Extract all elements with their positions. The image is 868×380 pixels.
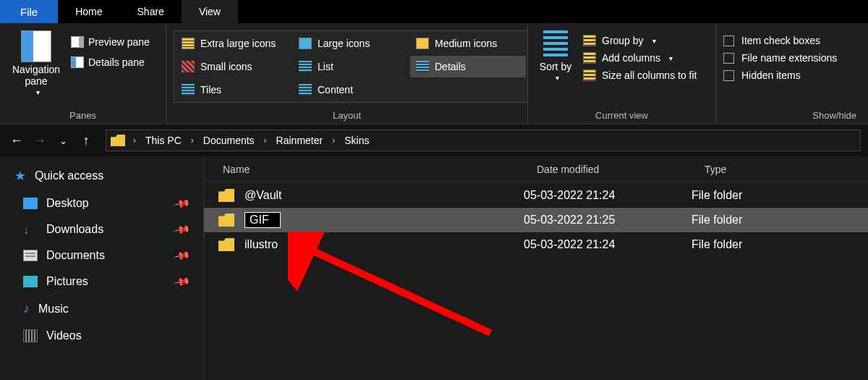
sidebar-videos[interactable]: Videos (7, 326, 196, 345)
breadcrumb-documents[interactable]: Documents (199, 135, 259, 146)
small-icons-label: Small icons (200, 61, 252, 72)
desktop-icon (23, 198, 38, 209)
group-by-button[interactable]: Group by▾ (579, 33, 702, 48)
list-icon (299, 61, 312, 72)
folder-icon (218, 214, 234, 227)
ribbon-group-label-layout: Layout (174, 107, 520, 122)
checkbox-icon (723, 53, 734, 64)
sidebar-quick-access[interactable]: ★Quick access (7, 165, 196, 187)
pictures-icon (23, 276, 38, 287)
chevron-down-icon: ▾ (652, 37, 656, 45)
details-icon (416, 61, 429, 72)
size-all-columns-label: Size all columns to fit (602, 69, 697, 81)
small-icons-icon (182, 61, 195, 72)
layout-tiles[interactable]: Tiles (176, 79, 292, 101)
layout-large-icons[interactable]: Large icons (293, 33, 409, 54)
layout-content[interactable]: Content (293, 79, 409, 101)
folder-icon (111, 135, 125, 146)
layout-small-icons[interactable]: Small icons (176, 56, 292, 77)
sort-by-button[interactable]: Sort by ▾ (535, 28, 576, 107)
sidebar-documents[interactable]: Documents📌 (7, 246, 196, 265)
column-header-type[interactable]: Type (705, 164, 854, 175)
layout-grid: Extra large icons Large icons Medium ico… (174, 30, 528, 103)
file-name-extensions-toggle[interactable]: File name extensions (723, 52, 837, 64)
file-date-label: 05-03-2022 21:25 (524, 214, 692, 227)
hidden-items-toggle[interactable]: Hidden items (723, 69, 837, 81)
sidebar-pictures[interactable]: Pictures📌 (7, 272, 196, 291)
size-all-columns-icon (583, 69, 596, 81)
pin-icon: 📌 (173, 246, 192, 265)
layout-medium-icons[interactable]: Medium icons (410, 33, 526, 54)
file-date-label: 05-03-2022 21:24 (524, 238, 692, 251)
details-pane-icon (71, 56, 84, 68)
extra-large-icons-label: Extra large icons (200, 38, 276, 49)
file-type-label: File folder (692, 214, 854, 227)
group-by-label: Group by (602, 35, 644, 46)
file-type-label: File folder (692, 238, 854, 251)
tab-view[interactable]: View (182, 0, 238, 23)
breadcrumb[interactable]: › This PC › Documents › Rainmeter › Skin… (106, 130, 861, 151)
pin-icon: 📌 (173, 194, 192, 213)
file-name-extensions-label: File name extensions (741, 52, 837, 64)
file-name-label: @Vault (244, 189, 282, 202)
details-pane-button[interactable]: Details pane (68, 55, 153, 69)
nav-up-button[interactable]: ↑ (77, 133, 95, 148)
sidebar-desktop[interactable]: Desktop📌 (7, 194, 196, 213)
sort-by-label: Sort by (540, 61, 571, 72)
tab-home[interactable]: Home (58, 0, 119, 23)
table-row[interactable]: illustro05-03-2022 21:24File folder (204, 234, 868, 256)
documents-icon (23, 250, 38, 261)
item-check-boxes-label: Item check boxes (741, 35, 820, 46)
list-label: List (318, 61, 333, 72)
breadcrumb-skins[interactable]: Skins (340, 135, 373, 146)
layout-list[interactable]: List (293, 56, 409, 77)
ribbon: Navigation pane ▾ Preview pane Details p… (0, 23, 868, 124)
ribbon-group-panes: Navigation pane ▾ Preview pane Details p… (0, 23, 166, 124)
table-row[interactable]: GIF05-03-2022 21:25File folder (204, 208, 868, 232)
preview-pane-label: Preview pane (88, 36, 150, 48)
layout-extra-large-icons[interactable]: Extra large icons (176, 33, 292, 54)
tab-file[interactable]: File (0, 0, 58, 23)
table-row[interactable]: @Vault05-03-2022 21:24File folder (204, 185, 868, 206)
preview-pane-icon (71, 36, 84, 48)
chevron-right-icon: › (331, 135, 336, 145)
item-check-boxes-toggle[interactable]: Item check boxes (723, 35, 837, 46)
column-header-date[interactable]: Date modified (537, 164, 705, 175)
size-all-columns-button[interactable]: Size all columns to fit (579, 68, 702, 83)
sort-by-icon (543, 30, 568, 59)
column-headers: Name Date modified Type (204, 156, 868, 182)
file-rows: @Vault05-03-2022 21:24File folderGIF05-0… (204, 182, 868, 256)
sidebar-downloads[interactable]: Downloads📌 (7, 220, 196, 239)
large-icons-label: Large icons (318, 38, 370, 49)
hidden-items-label: Hidden items (741, 69, 801, 81)
nav-forward-button[interactable]: → (30, 133, 49, 148)
chevron-down-icon: ▾ (36, 88, 40, 96)
sidebar-music-label: Music (38, 303, 69, 316)
nav-bar: ← → ⌄ ↑ › This PC › Documents › Rainmete… (0, 124, 868, 156)
sidebar-videos-label: Videos (46, 329, 82, 342)
medium-icons-label: Medium icons (435, 38, 497, 49)
add-columns-icon (583, 52, 596, 64)
tab-share[interactable]: Share (120, 0, 182, 23)
nav-back-button[interactable]: ← (7, 133, 26, 148)
preview-pane-button[interactable]: Preview pane (68, 35, 153, 49)
navigation-pane-button[interactable]: Navigation pane ▾ (7, 28, 65, 107)
layout-details[interactable]: Details (410, 56, 526, 77)
menu-tabs: File Home Share View (0, 0, 868, 23)
column-header-name[interactable]: Name (218, 164, 537, 175)
large-icons-icon (299, 38, 312, 49)
chevron-down-icon: ▾ (669, 54, 673, 62)
add-columns-button[interactable]: Add columns▾ (579, 51, 702, 65)
ribbon-group-layout: Extra large icons Large icons Medium ico… (166, 23, 528, 124)
nav-recent-button[interactable]: ⌄ (54, 135, 72, 146)
group-by-icon (583, 35, 596, 46)
navigation-pane-label: Navigation pane (7, 64, 65, 87)
extra-large-icons-icon (182, 38, 195, 49)
rename-input[interactable]: GIF (244, 212, 281, 228)
chevron-down-icon: ▾ (556, 74, 559, 82)
sidebar-music[interactable]: ♪Music (7, 298, 196, 319)
chevron-right-icon: › (132, 135, 137, 145)
breadcrumb-rainmeter[interactable]: Rainmeter (272, 135, 328, 146)
breadcrumb-this-pc[interactable]: This PC (141, 135, 186, 146)
sidebar: ★Quick access Desktop📌 Downloads📌 Docume… (0, 156, 204, 380)
